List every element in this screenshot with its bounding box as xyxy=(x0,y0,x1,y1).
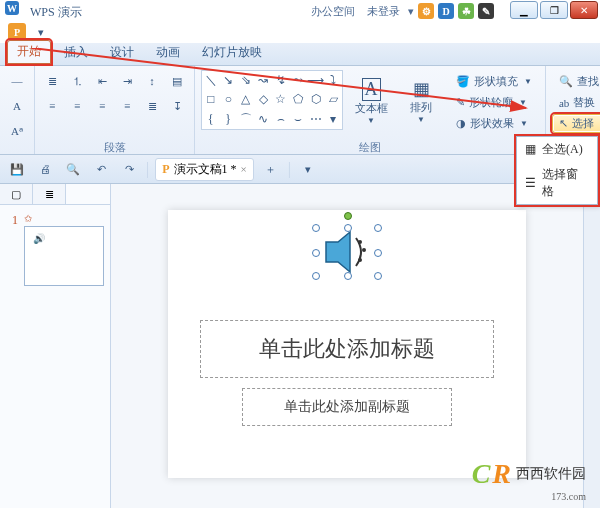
handle-tc[interactable] xyxy=(344,224,352,232)
ribbon-tabs: 开始 插入 设计 动画 幻灯片放映 xyxy=(0,43,600,66)
service-icon-1[interactable]: ⚙ xyxy=(418,3,434,19)
arrange-button[interactable]: ▦ 排列 ▼ xyxy=(399,70,443,132)
document-tab[interactable]: P 演示文稿1 * × xyxy=(155,158,254,181)
handle-bc[interactable] xyxy=(344,272,352,280)
align-icon[interactable]: ▤ xyxy=(166,70,188,92)
text-dir-button[interactable]: ↧ xyxy=(166,95,188,117)
thumbnail-item[interactable]: 1 ✩ 🔊 xyxy=(0,205,110,294)
shape-outline-button[interactable]: ✎形状轮廓▼ xyxy=(449,93,539,112)
workspace: ▢ ≣ 1 ✩ 🔊 xyxy=(0,184,600,508)
textbox-button[interactable]: A 文本框 ▼ xyxy=(349,70,393,132)
tab-start[interactable]: 开始 xyxy=(6,39,52,65)
shape-fill-button[interactable]: 🪣形状填充▼ xyxy=(449,72,539,91)
qb-save-icon[interactable]: 💾 xyxy=(6,158,28,180)
tab-insert[interactable]: 插入 xyxy=(54,41,98,65)
arrange-icon: ▦ xyxy=(413,78,430,100)
shape-style-stack: 🪣形状填充▼ ✎形状轮廓▼ ◑形状效果▼ xyxy=(449,70,539,133)
workspace-link[interactable]: 办公空间 xyxy=(311,4,355,19)
quick-access-toolbar: P ▾ xyxy=(8,21,600,43)
align-left-button[interactable]: ≡ xyxy=(41,95,63,117)
tab-slideshow[interactable]: 幻灯片放映 xyxy=(192,41,272,65)
title-placeholder[interactable]: 单击此处添加标题 xyxy=(200,320,494,378)
replace-button[interactable]: ab替换▼ xyxy=(552,93,600,112)
selection-pane-icon: ☰ xyxy=(525,176,536,191)
handle-br[interactable] xyxy=(374,272,382,280)
select-all-item[interactable]: ▦全选(A) xyxy=(517,137,597,162)
doc-tab-close-icon[interactable]: × xyxy=(241,163,247,175)
slide-canvas[interactable]: 单击此处添加标题 单击此处添加副标题 xyxy=(168,210,526,478)
font-btn-1[interactable]: — xyxy=(6,70,28,92)
login-dropdown[interactable]: ▾ xyxy=(408,5,414,18)
login-link[interactable]: 未登录 xyxy=(367,4,400,19)
qb-more-icon[interactable]: ▾ xyxy=(297,158,319,180)
select-all-icon: ▦ xyxy=(525,142,536,157)
subtitle-placeholder[interactable]: 单击此处添加副标题 xyxy=(242,388,452,426)
svg-text:W: W xyxy=(7,3,17,14)
nav-tabs: ▢ ≣ xyxy=(0,184,110,205)
bullets-button[interactable]: ≣ xyxy=(41,70,63,92)
group-paragraph-label: 段落 xyxy=(35,140,194,154)
find-icon: 🔍 xyxy=(559,75,573,88)
thumbnail-number: 1 xyxy=(6,213,18,286)
cursor-icon: ↖ xyxy=(559,117,568,130)
tab-animation[interactable]: 动画 xyxy=(146,41,190,65)
handle-ml[interactable] xyxy=(312,249,320,257)
nav-tab-outline[interactable]: ≣ xyxy=(33,184,66,204)
align-right-button[interactable]: ≡ xyxy=(91,95,113,117)
columns-button[interactable]: ≣ xyxy=(141,95,163,117)
select-button[interactable]: ↖选择▾ xyxy=(552,114,600,133)
qb-print-icon[interactable]: 🖨 xyxy=(34,158,56,180)
align-center-button[interactable]: ≡ xyxy=(66,95,88,117)
qb-undo-icon[interactable]: ↶ xyxy=(90,158,112,180)
minimize-button[interactable]: ▁ xyxy=(510,1,538,19)
maximize-button[interactable]: ❐ xyxy=(540,1,568,19)
app-title: WPS 演示 xyxy=(30,5,82,19)
service-icon-d[interactable]: D xyxy=(438,3,454,19)
align-justify-button[interactable]: ≡ xyxy=(116,95,138,117)
textbox-label: 文本框 xyxy=(355,101,388,116)
group-drawing: ＼↘⇘↝↯⤳⟶⤵ □○△◇☆⬠⬡▱ {}⌒∿⌢⌣⋯▾ A 文本框 ▼ ▦ 排列 … xyxy=(195,66,546,154)
shapes-gallery[interactable]: ＼↘⇘↝↯⤳⟶⤵ □○△◇☆⬠⬡▱ {}⌒∿⌢⌣⋯▾ xyxy=(201,70,343,130)
tab-design[interactable]: 设计 xyxy=(100,41,144,65)
svg-point-5 xyxy=(362,248,366,252)
textbox-icon: A xyxy=(362,78,381,101)
audio-object[interactable] xyxy=(316,228,378,276)
handle-tr[interactable] xyxy=(374,224,382,232)
qb-redo-icon[interactable]: ↷ xyxy=(118,158,140,180)
slide-editor[interactable]: 单击此处添加标题 单击此处添加副标题 xyxy=(111,184,583,508)
rotate-handle[interactable] xyxy=(344,212,352,220)
indent-inc-button[interactable]: ⇥ xyxy=(116,70,138,92)
handle-bl[interactable] xyxy=(312,272,320,280)
qb-preview-icon[interactable]: 🔍 xyxy=(62,158,84,180)
line-spacing-button[interactable]: ↕ xyxy=(141,70,163,92)
group-font-collapsed: — A Aᵃ xyxy=(0,66,35,154)
nav-tab-thumbnails[interactable]: ▢ xyxy=(0,184,33,204)
service-icon-3[interactable]: ✎ xyxy=(478,3,494,19)
indent-dec-button[interactable]: ⇤ xyxy=(91,70,113,92)
pen-icon: ✎ xyxy=(456,96,465,109)
close-button[interactable]: ✕ xyxy=(570,1,598,19)
svg-point-4 xyxy=(358,240,362,244)
service-icon-2[interactable]: ☘ xyxy=(458,3,474,19)
effects-icon: ◑ xyxy=(456,117,466,130)
anim-indicator-icon: ✩ xyxy=(24,213,104,224)
bucket-icon: 🪣 xyxy=(456,75,470,88)
handle-tl[interactable] xyxy=(312,224,320,232)
group-drawing-label: 绘图 xyxy=(195,140,545,154)
font-btn-3[interactable]: Aᵃ xyxy=(6,120,28,142)
slide-thumbnail[interactable]: 🔊 xyxy=(24,226,104,286)
vertical-scrollbar[interactable] xyxy=(583,184,600,508)
document-quickbar: 💾 🖨 🔍 ↶ ↷ | P 演示文稿1 * × ＋ | ▾ xyxy=(0,155,600,184)
find-button[interactable]: 🔍查找 xyxy=(552,72,600,91)
new-doc-tab-icon[interactable]: ＋ xyxy=(260,158,282,180)
title-right-widgets: 办公空间 未登录 ▾ ⚙ D ☘ ✎ xyxy=(307,3,494,19)
numbering-button[interactable]: ⒈ xyxy=(66,70,88,92)
group-paragraph: ≣ ⒈ ⇤ ⇥ ↕ ▤ ≡ ≡ ≡ ≡ ≣ ↧ 段落 xyxy=(35,66,195,154)
handle-mr[interactable] xyxy=(374,249,382,257)
select-dropdown-panel: ▦全选(A) ☰选择窗格 xyxy=(516,136,598,205)
shape-effects-button[interactable]: ◑形状效果▼ xyxy=(449,114,539,133)
title-bar: W WPS 演示 P ▾ 办公空间 未登录 ▾ ⚙ D ☘ ✎ ▁ ❐ ✕ xyxy=(0,0,600,43)
font-btn-2[interactable]: A xyxy=(6,95,28,117)
selection-pane-item[interactable]: ☰选择窗格 xyxy=(517,162,597,204)
ribbon: — A Aᵃ ≣ ⒈ ⇤ ⇥ ↕ ▤ ≡ ≡ ≡ ≡ ≣ ↧ 段落 ＼↘⇘↝↯⤳… xyxy=(0,66,600,155)
